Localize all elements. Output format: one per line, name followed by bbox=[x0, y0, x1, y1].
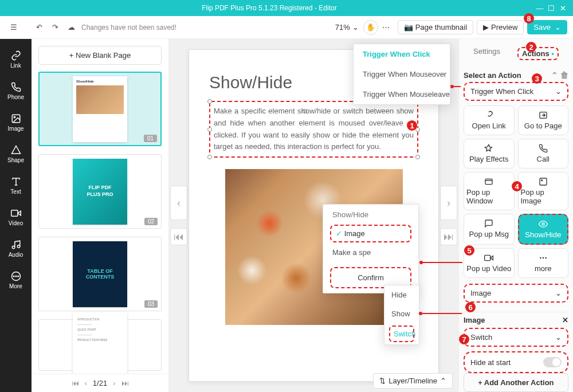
action-call[interactable]: Call bbox=[518, 139, 569, 168]
undo-icon[interactable]: ↶ bbox=[31, 19, 47, 36]
svg-point-17 bbox=[543, 257, 543, 258]
hand-tool-icon[interactable]: ✋ bbox=[363, 20, 378, 35]
selected-text-element[interactable]: Make a specific element show/hide or swi… bbox=[209, 101, 418, 158]
svg-point-16 bbox=[540, 257, 540, 258]
page-thumb-3[interactable]: TABLE OF CONTENTS 03 bbox=[38, 237, 162, 311]
sidebar-item-shape[interactable]: Shape bbox=[0, 138, 32, 170]
cloud-icon[interactable]: ☁ bbox=[63, 19, 79, 36]
switch-option-show[interactable]: Show bbox=[384, 304, 419, 323]
showhide-panel-popup: Show/Hide ✓ Image Make a spe Confirm bbox=[323, 204, 419, 293]
close-icon[interactable]: ✕ bbox=[557, 4, 568, 13]
svg-point-8 bbox=[18, 276, 19, 277]
svg-point-6 bbox=[15, 276, 17, 277]
sidebar-item-phone[interactable]: Phone bbox=[0, 75, 32, 107]
canvas-next-button[interactable]: › bbox=[440, 186, 457, 220]
left-sidebar: Link Phone Image Shape Text Video Audio … bbox=[0, 39, 32, 392]
window-title: Flip PDF Plus Pro 5.1.23 Registered - Ed… bbox=[5, 4, 534, 12]
layer-timeline-button[interactable]: ⇅Layer/Timeline⌃ bbox=[373, 373, 453, 389]
svg-marker-2 bbox=[11, 146, 20, 154]
titlebar: Flip PDF Plus Pro 5.1.23 Registered - Ed… bbox=[0, 0, 573, 16]
maximize-icon[interactable]: ☐ bbox=[545, 4, 557, 13]
menu-icon[interactable]: ☰ bbox=[6, 19, 22, 36]
image-target-dropdown[interactable]: Image⌄ bbox=[464, 284, 568, 303]
sidebar-item-image[interactable]: Image bbox=[0, 107, 32, 138]
svg-point-7 bbox=[13, 276, 14, 277]
action-play-effects[interactable]: Play Effects bbox=[464, 139, 515, 168]
tool-icon[interactable]: ⋯ bbox=[378, 19, 394, 36]
showhide-title: Show/Hide bbox=[323, 205, 418, 225]
canvas-last-button[interactable]: ⏭ bbox=[440, 228, 457, 245]
redo-icon[interactable]: ↷ bbox=[47, 19, 63, 36]
svg-marker-3 bbox=[18, 211, 21, 215]
tab-settings[interactable]: Settings bbox=[473, 47, 500, 60]
trigger-option-mouseover[interactable]: Trigger When Mouseover bbox=[354, 64, 450, 84]
zoom-select[interactable]: 71%⌄ bbox=[335, 23, 359, 32]
showhide-item-image[interactable]: ✓ Image bbox=[330, 225, 411, 242]
pager-first-icon[interactable]: ⏮ bbox=[72, 379, 79, 387]
switch-option-switch[interactable]: Switch bbox=[389, 326, 414, 342]
preview-button[interactable]: ▶Preview bbox=[477, 20, 524, 34]
svg-marker-14 bbox=[490, 256, 493, 260]
image-section-header: Image✕ bbox=[464, 316, 568, 324]
showhide-item-text[interactable]: Make a spe bbox=[323, 242, 418, 262]
svg-rect-4 bbox=[11, 210, 17, 216]
action-more[interactable]: more bbox=[518, 248, 569, 278]
canvas-first-button[interactable]: ⏮ bbox=[170, 228, 187, 245]
hide-at-start-toggle[interactable]: Hide at start bbox=[464, 351, 568, 373]
select-action-header: Select an Action ⌃ 🗑 bbox=[464, 70, 568, 80]
add-another-action-button[interactable]: + Add Another Action bbox=[464, 373, 568, 392]
sidebar-item-video[interactable]: Video bbox=[0, 201, 32, 233]
svg-point-18 bbox=[545, 257, 546, 258]
close-section-icon[interactable]: ✕ bbox=[562, 316, 568, 324]
switch-menu-popup: Hide Show Switch bbox=[384, 285, 419, 345]
action-popup-image[interactable]: Pop up Image bbox=[518, 172, 569, 210]
action-show-hide[interactable]: Show/Hide bbox=[518, 214, 569, 245]
pager-prev-icon[interactable]: ‹ bbox=[85, 379, 87, 387]
page-thumb-1[interactable]: Show/Hide 01 bbox=[38, 72, 162, 146]
svg-rect-11 bbox=[540, 178, 547, 185]
sidebar-item-text[interactable]: Text bbox=[0, 170, 32, 201]
toolbar: ☰ ↶ ↷ ☁ Changes have not been saved! 71%… bbox=[0, 16, 573, 39]
action-popup-window[interactable]: Pop up Window bbox=[464, 172, 515, 210]
trigger-dropdown[interactable]: Trigger When Click⌄ bbox=[464, 82, 568, 101]
right-panel: Settings Actions • Select an Action ⌃ 🗑 … bbox=[458, 39, 573, 392]
thumbnail-panel: + New Blank Page Show/Hide 01 FLIP PDF P… bbox=[32, 39, 169, 392]
svg-point-1 bbox=[14, 116, 15, 117]
action-open-link[interactable]: Open Link bbox=[464, 105, 515, 135]
unsaved-text: Changes have not been saved! bbox=[81, 23, 176, 32]
minimize-icon[interactable]: — bbox=[534, 4, 545, 13]
new-blank-page-button[interactable]: + New Blank Page bbox=[38, 46, 162, 65]
sidebar-item-more[interactable]: More bbox=[0, 264, 32, 296]
page-thumbnail-button[interactable]: 📷Page thumbnail bbox=[398, 20, 473, 34]
tab-actions[interactable]: Actions • bbox=[517, 47, 559, 60]
sidebar-item-audio[interactable]: Audio bbox=[0, 233, 32, 264]
trigger-menu-popup: Trigger When Click Trigger When Mouseove… bbox=[353, 44, 450, 105]
collapse-icon[interactable]: ⌃ 🗑 bbox=[551, 70, 568, 80]
switch-option-hide[interactable]: Hide bbox=[384, 285, 419, 304]
sidebar-item-link[interactable]: Link bbox=[0, 44, 32, 75]
trigger-option-mouseleave[interactable]: Trigger When Mouseleave bbox=[354, 84, 450, 104]
switch-dropdown[interactable]: Switch⌄ bbox=[464, 328, 568, 347]
canvas-prev-button[interactable]: ‹ bbox=[170, 186, 187, 220]
pager-next-icon[interactable]: › bbox=[113, 379, 115, 387]
trigger-option-click[interactable]: Trigger When Click bbox=[354, 44, 450, 64]
thumb-pager: ⏮ ‹ 1/21 › ⏭ bbox=[32, 374, 168, 392]
page-description: Make a specific element show/hide or swi… bbox=[210, 102, 417, 156]
action-go-to-page[interactable]: Go to Page bbox=[518, 105, 569, 135]
save-button[interactable]: Save⌄ bbox=[527, 20, 567, 34]
pager-last-icon[interactable]: ⏭ bbox=[121, 379, 129, 387]
svg-rect-10 bbox=[485, 179, 492, 184]
page-thumb-2[interactable]: FLIP PDF PLUS PRO 02 bbox=[38, 154, 162, 229]
page-thumb-4[interactable]: INTRODUCTION───────QUICK START───────PRO… bbox=[38, 319, 162, 371]
svg-point-13 bbox=[542, 223, 544, 225]
svg-rect-15 bbox=[485, 255, 490, 260]
svg-point-12 bbox=[541, 180, 542, 181]
action-popup-msg[interactable]: Pop up Msg bbox=[464, 214, 515, 245]
